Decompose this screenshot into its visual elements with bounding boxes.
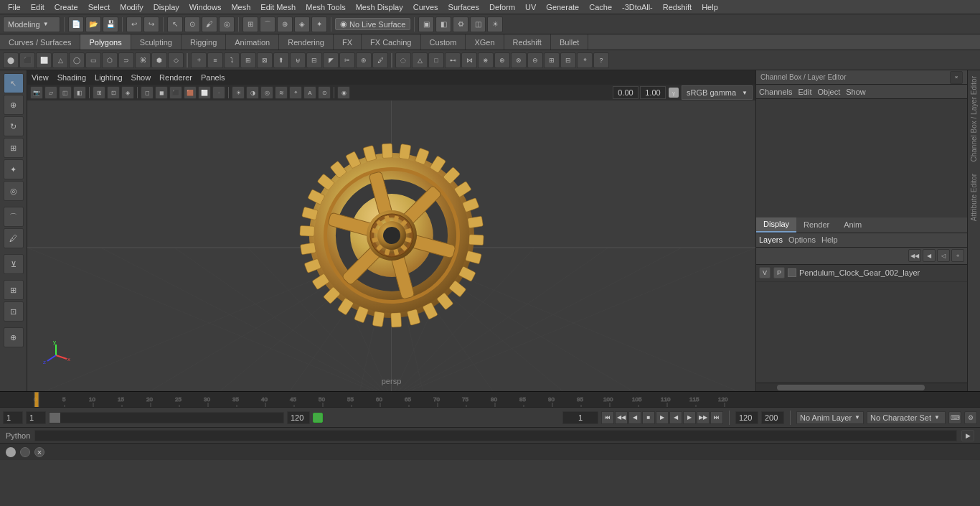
ipr-btn[interactable]: ◧ [435, 17, 451, 32]
connect[interactable]: ⊞ [240, 52, 256, 68]
collapse[interactable]: ⤵ [224, 52, 240, 68]
rp-channels-tab[interactable]: Channels [759, 88, 792, 96]
sculpt[interactable]: ⊡ [4, 301, 24, 322]
transport-prev-frame[interactable]: ◀ [628, 411, 641, 424]
layers-prev3[interactable]: ◁ [937, 249, 950, 262]
menu-display[interactable]: Display [149, 0, 184, 14]
python-run-btn[interactable]: ▶ [961, 430, 974, 441]
vp-points[interactable]: · [212, 86, 225, 99]
conform[interactable]: ⌖ [577, 52, 593, 68]
vp-wireframe[interactable]: ◻ [141, 86, 154, 99]
multicut[interactable]: ✂ [339, 52, 355, 68]
python-input[interactable] [34, 430, 957, 441]
paint-weights[interactable]: 🖊 [372, 52, 388, 68]
menu-surfaces[interactable]: Surfaces [443, 0, 484, 14]
paint-sel[interactable]: 🖊 [4, 228, 24, 248]
viewport-canvas[interactable]: persp x y z [27, 100, 755, 391]
color-space-dropdown[interactable]: sRGB gamma ▼ [682, 85, 753, 100]
no-live-surface-badge[interactable]: ◉ No Live Surface [335, 18, 410, 30]
poly-disc[interactable]: ⬡ [102, 52, 118, 68]
reduce[interactable]: ⊷ [445, 52, 461, 68]
menu-cache[interactable]: Cache [584, 0, 617, 14]
open-file-btn[interactable]: 📂 [85, 17, 101, 32]
move-tool[interactable]: ⊕ [4, 95, 24, 115]
layers-prev1[interactable]: ◀◀ [908, 249, 921, 262]
poly-cylinder[interactable]: ⬜ [36, 52, 52, 68]
transport-next-frame[interactable]: ▶ [683, 411, 696, 424]
vp-smooth-color[interactable]: 🟫 [184, 86, 197, 99]
menu-help[interactable]: Help [697, 0, 723, 14]
char-set-settings[interactable]: ⚙ [964, 411, 977, 424]
vp-gate[interactable]: ◧ [73, 86, 86, 99]
mirror-cut[interactable]: ⊟ [560, 52, 576, 68]
save-file-btn[interactable]: 💾 [103, 17, 118, 32]
rp-anim-tab[interactable]: Anim [837, 217, 869, 233]
undo-btn[interactable]: ↩ [126, 17, 142, 32]
menu-redshift[interactable]: Redshift [658, 0, 697, 14]
char-set-key[interactable]: ⌨ [948, 411, 961, 424]
mode-dropdown[interactable]: Modeling ▼ [3, 17, 60, 32]
tab-custom[interactable]: Custom [421, 34, 466, 50]
poly-cone[interactable]: △ [52, 52, 68, 68]
win-close[interactable]: × [34, 447, 44, 457]
menu-edit[interactable]: Edit [26, 0, 50, 14]
paint-select[interactable]: 🖌 [202, 17, 217, 32]
snap-point[interactable]: ⊕ [277, 17, 293, 32]
layer-row[interactable]: V P Pendulum_Clock_Gear_002_layer [756, 265, 967, 282]
question[interactable]: ? [593, 52, 609, 68]
poly-helix[interactable]: ⌘ [135, 52, 151, 68]
target-weld[interactable]: ⊛ [356, 52, 372, 68]
menu-select[interactable]: Select [83, 0, 116, 14]
snap-curve[interactable]: ⌒ [260, 17, 275, 32]
scale-tool[interactable]: ⊞ [4, 138, 24, 158]
snap-live[interactable]: ✦ [311, 17, 327, 32]
poly-geo[interactable]: ⬢ [151, 52, 167, 68]
vp-filmgate[interactable]: ▱ [44, 86, 57, 99]
transport-play-forward[interactable]: ▶ [656, 411, 669, 424]
layers-prev2[interactable]: ◀ [923, 249, 936, 262]
new-file-btn[interactable]: 📄 [68, 17, 84, 32]
transport-go-start[interactable]: ⏮ [601, 411, 614, 424]
menu-file[interactable]: File [3, 0, 26, 14]
rotate-tool[interactable]: ↻ [4, 116, 24, 136]
menu-windows[interactable]: Windows [184, 0, 227, 14]
viewport[interactable]: View Shading Lighting Show Renderer Pane… [27, 70, 755, 391]
rp-show-tab[interactable]: Show [846, 88, 866, 96]
select-tool[interactable]: ↖ [167, 17, 183, 32]
layers-subtab[interactable]: Layers [759, 235, 783, 244]
lattice[interactable]: ⊞ [4, 280, 24, 300]
layer-visibility-btn[interactable]: V [759, 267, 771, 278]
frame-current-input[interactable] [26, 411, 46, 424]
menu-modify[interactable]: Modify [115, 0, 148, 14]
playback-slider[interactable] [49, 412, 284, 423]
vp-menu-view[interactable]: View [32, 73, 49, 82]
vp-cam-attr[interactable]: 📷 [30, 86, 43, 99]
vp-resolution[interactable]: ◫ [59, 86, 72, 99]
vrt-channel-box[interactable]: Channel Box / Layer Editor [969, 70, 979, 168]
menu-deform[interactable]: Deform [484, 0, 520, 14]
triangulate[interactable]: △ [412, 52, 428, 68]
wedge[interactable]: ◤ [323, 52, 339, 68]
vp-grid[interactable]: ⊞ [93, 86, 105, 99]
vp-menu-renderer[interactable]: Renderer [159, 73, 192, 82]
retopologize[interactable]: ⋇ [478, 52, 494, 68]
show-manip[interactable]: ⊻ [4, 254, 24, 274]
boolean[interactable]: ⊕ [494, 52, 510, 68]
vp-sel-highlight[interactable]: ◈ [121, 86, 134, 99]
vp-motion-blur[interactable]: ≋ [275, 86, 288, 99]
timeline[interactable]: 0 5 10 15 20 25 30 35 40 45 50 55 60 [0, 391, 980, 407]
render-seq[interactable]: ◫ [470, 17, 486, 32]
universal-tool[interactable]: ✦ [4, 159, 24, 179]
vp-shadows[interactable]: ◑ [246, 86, 259, 99]
menu-edit-mesh[interactable]: Edit Mesh [255, 0, 301, 14]
layers-add[interactable]: + [951, 249, 964, 262]
menu-mesh-tools[interactable]: Mesh Tools [301, 0, 350, 14]
tab-rendering[interactable]: Rendering [279, 34, 334, 50]
frame-start-input[interactable] [3, 411, 23, 424]
transport-stop[interactable]: ■ [642, 411, 655, 424]
select-tool-left[interactable]: ↖ [4, 73, 24, 93]
snap-to-grid[interactable]: ⊕ [4, 327, 24, 347]
lasso[interactable]: ⌒ [4, 207, 24, 227]
transport-go-end[interactable]: ⏭ [710, 411, 723, 424]
anim-range-end-input[interactable] [761, 411, 784, 424]
